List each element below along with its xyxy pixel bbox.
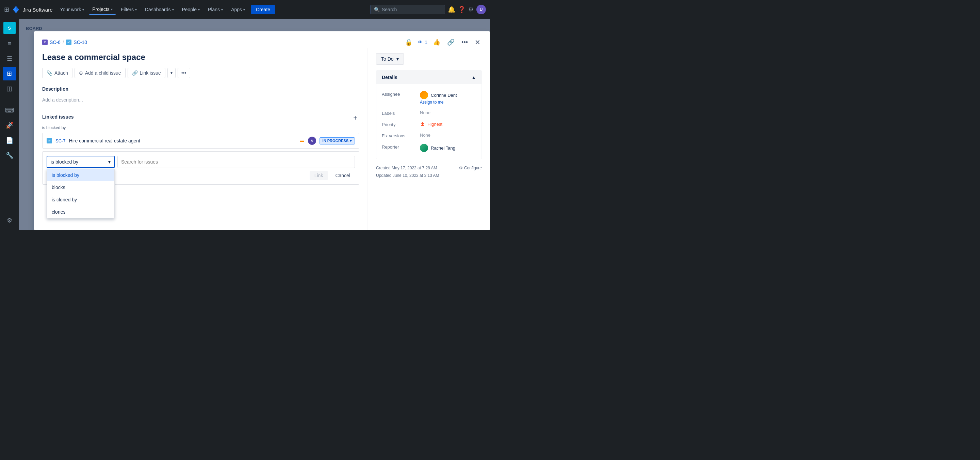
actions-dropdown-button[interactable]: ▾ bbox=[167, 68, 176, 78]
current-issue-key[interactable]: SC-10 bbox=[73, 40, 87, 45]
configure-link[interactable]: ⚙ Configure bbox=[459, 165, 482, 172]
nav-people[interactable]: People ▾ bbox=[179, 5, 204, 14]
assignee-name[interactable]: Corinne Dent bbox=[431, 93, 457, 98]
reporter-label: Reporter bbox=[382, 144, 416, 150]
help-icon[interactable]: ❓ bbox=[458, 6, 466, 13]
settings-icon[interactable]: ⚙ bbox=[468, 6, 474, 13]
sidebar-dev-icon[interactable]: ⌨ bbox=[3, 104, 16, 117]
task-icon bbox=[66, 40, 72, 45]
modal-header-actions: 🔒 👁 1 👍 🔗 ••• ✕ bbox=[404, 37, 482, 48]
linked-issue-status-badge[interactable]: IN PROGRESS ▾ bbox=[320, 137, 355, 144]
dropdown-item-is-blocked-by[interactable]: is blocked by bbox=[47, 169, 115, 181]
brand-name: Jira Software bbox=[23, 7, 53, 13]
nav-filters[interactable]: Filters ▾ bbox=[118, 5, 140, 14]
user-avatar[interactable]: U bbox=[476, 5, 486, 14]
sidebar: S ≡ ☰ ⊞ ◫ ⌨ 🚀 📄 🔧 ⚙ bbox=[0, 19, 19, 230]
dropdown-item-is-cloned-by[interactable]: is cloned by bbox=[47, 193, 115, 206]
attach-button[interactable]: 📎 Attach bbox=[42, 68, 73, 78]
status-label: To Do bbox=[381, 56, 394, 62]
sidebar-issues-icon[interactable]: ◫ bbox=[3, 82, 16, 96]
assignee-row: Assignee Corinne Dent Assign to me bbox=[382, 88, 476, 107]
sidebar-addon-icon[interactable]: 🔧 bbox=[3, 149, 16, 162]
reporter-value: Rachel Tang bbox=[420, 144, 476, 152]
watch-button[interactable]: 👁 1 bbox=[418, 40, 427, 45]
labels-row: Labels None bbox=[382, 107, 476, 118]
link-type-dropdown: is blocked by blocks is cloned by clones bbox=[47, 169, 115, 219]
link-type-trigger[interactable]: is blocked by ▾ bbox=[47, 156, 115, 168]
status-chevron: ▾ bbox=[396, 56, 399, 62]
modal-body: Lease a commercial space 📎 Attach ⊕ Add … bbox=[34, 48, 490, 230]
link-form: is blocked by ▾ is blocked by blocks is … bbox=[42, 151, 360, 185]
link-cancel-button[interactable]: Cancel bbox=[331, 171, 355, 180]
nav-apps[interactable]: Apps ▾ bbox=[228, 5, 248, 14]
modal-left-panel: Lease a commercial space 📎 Attach ⊕ Add … bbox=[34, 48, 368, 230]
reporter-name[interactable]: Rachel Tang bbox=[431, 145, 455, 151]
search-placeholder: Search bbox=[382, 7, 397, 12]
watch-count: 1 bbox=[425, 40, 427, 45]
dropdown-item-clones[interactable]: clones bbox=[47, 206, 115, 218]
more-options-button[interactable]: ••• bbox=[460, 37, 469, 47]
reporter-avatar bbox=[420, 144, 428, 152]
logo[interactable]: Jira Software bbox=[12, 5, 53, 14]
labels-value[interactable]: None bbox=[420, 110, 476, 115]
link-issue-button[interactable]: 🔗 Link issue bbox=[127, 68, 165, 78]
share-button[interactable]: 🔗 bbox=[446, 37, 456, 47]
create-button[interactable]: Create bbox=[251, 5, 275, 14]
dropdown-item-blocks[interactable]: blocks bbox=[47, 181, 115, 193]
sidebar-roadmap-icon[interactable]: ≡ bbox=[3, 37, 16, 50]
assign-to-me-link[interactable]: Assign to me bbox=[420, 100, 476, 105]
assignee-info: Corinne Dent bbox=[420, 91, 476, 99]
svg-rect-3 bbox=[300, 140, 304, 141]
sidebar-backlog-icon[interactable]: ☰ bbox=[3, 52, 16, 65]
sidebar-releases-icon[interactable]: 🚀 bbox=[3, 118, 16, 132]
assignee-value: Corinne Dent Assign to me bbox=[420, 91, 476, 105]
add-link-button[interactable]: + bbox=[351, 113, 360, 123]
parent-issue-key[interactable]: SC-6 bbox=[50, 40, 60, 45]
notifications-icon[interactable]: 🔔 bbox=[448, 6, 455, 13]
search-box[interactable]: 🔍 Search bbox=[370, 5, 445, 14]
more-actions-button[interactable]: ••• bbox=[178, 68, 190, 78]
collapse-icon: ▲ bbox=[471, 75, 476, 80]
thumbs-up-button[interactable]: 👍 bbox=[431, 37, 442, 47]
priority-row: Priority Highest bbox=[382, 118, 476, 130]
linked-issue-title: Hire commercial real estate agent bbox=[69, 138, 296, 144]
sidebar-project-icon[interactable]: S bbox=[3, 22, 16, 34]
modal-header: SC-6 / SC-10 🔒 👁 1 👍 🔗 ••• bbox=[34, 31, 490, 48]
search-issues-input[interactable] bbox=[118, 156, 355, 168]
sidebar-board-icon[interactable]: ⊞ bbox=[3, 67, 16, 80]
close-modal-button[interactable]: ✕ bbox=[473, 37, 482, 48]
add-child-issue-button[interactable]: ⊕ Add a child issue bbox=[75, 68, 126, 78]
status-button[interactable]: To Do ▾ bbox=[376, 53, 404, 65]
sidebar-pages-icon[interactable]: 📄 bbox=[3, 134, 16, 147]
story-icon bbox=[42, 40, 48, 45]
link-submit-button[interactable]: Link bbox=[310, 171, 328, 180]
reporter-info: Rachel Tang bbox=[420, 144, 476, 152]
priority-highest-icon bbox=[420, 121, 425, 127]
priority-value[interactable]: Highest bbox=[420, 121, 476, 127]
details-header[interactable]: Details ▲ bbox=[376, 70, 482, 84]
grid-icon[interactable]: ⊞ bbox=[4, 6, 9, 13]
lock-icon-button[interactable]: 🔒 bbox=[404, 37, 414, 47]
assignee-label: Assignee bbox=[382, 91, 416, 97]
nav-dashboards[interactable]: Dashboards ▾ bbox=[142, 5, 177, 14]
linked-issue-assignee-avatar: A bbox=[308, 137, 316, 145]
search-icon: 🔍 bbox=[374, 7, 380, 12]
nav-projects[interactable]: Projects ▾ bbox=[89, 5, 116, 14]
main-content: BOARD SC-6 / SC-10 🔒 bbox=[19, 19, 490, 230]
details-section: Details ▲ Assignee Corinne Dent bbox=[376, 70, 482, 159]
description-label: Description bbox=[42, 86, 360, 92]
priority-icon bbox=[299, 138, 305, 144]
link-type-value: is blocked by bbox=[51, 159, 78, 165]
attach-icon: 📎 bbox=[47, 70, 52, 76]
nav-your-work[interactable]: Your work ▾ bbox=[57, 5, 88, 14]
description-input[interactable]: Add a description... bbox=[42, 94, 360, 105]
link-type-select: is blocked by ▾ is blocked by blocks is … bbox=[47, 156, 115, 168]
fix-versions-value[interactable]: None bbox=[420, 133, 476, 138]
updated-timestamp: Updated June 10, 2022 at 3:13 AM bbox=[376, 172, 482, 180]
nav-plans[interactable]: Plans ▾ bbox=[205, 5, 226, 14]
app-layout: S ≡ ☰ ⊞ ◫ ⌨ 🚀 📄 🔧 ⚙ BOARD SC-6 bbox=[0, 19, 490, 230]
issue-title[interactable]: Lease a commercial space bbox=[42, 48, 360, 68]
linked-issue-key[interactable]: SC-7 bbox=[56, 138, 66, 144]
link-icon: 🔗 bbox=[132, 70, 138, 76]
sidebar-settings-icon[interactable]: ⚙ bbox=[3, 214, 16, 227]
